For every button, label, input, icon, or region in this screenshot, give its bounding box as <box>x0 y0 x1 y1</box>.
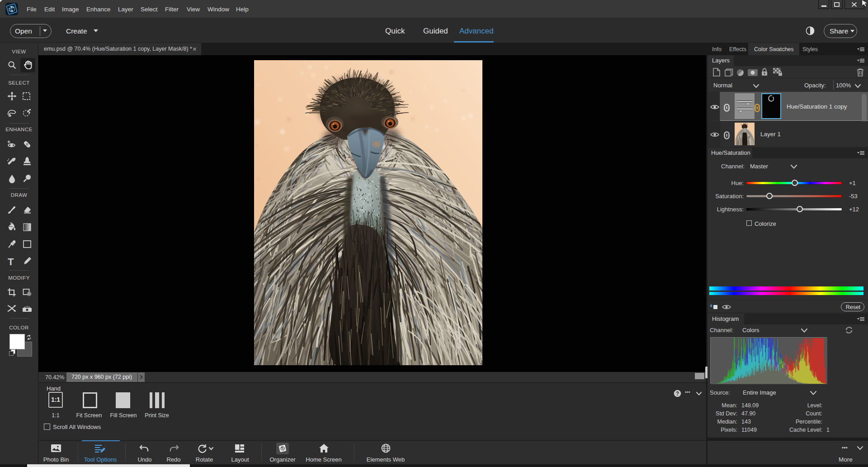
svg-text:?: ? <box>676 391 679 397</box>
